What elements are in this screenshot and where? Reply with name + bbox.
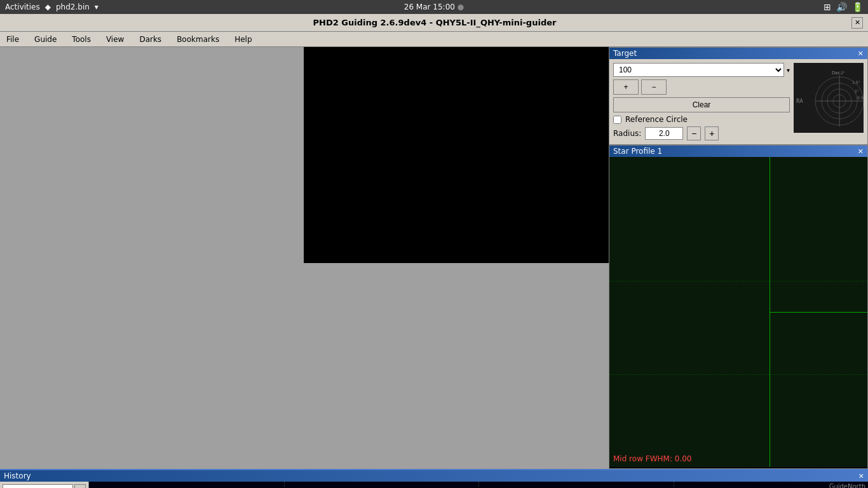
reference-circle-row: Reference Circle xyxy=(613,115,790,124)
star-profile-section: Star Profile 1 ✕ Mid row FWHM: 0.00 xyxy=(609,145,868,469)
top-bar-left: Activities ◆ phd2.bin ▾ xyxy=(5,3,98,11)
radius-minus-button[interactable]: − xyxy=(687,126,701,140)
svg-text:2": 2" xyxy=(841,71,845,75)
radius-plus-button[interactable]: + xyxy=(705,126,719,140)
target-body: 100 ▾ + − Clear xyxy=(609,59,867,144)
top-bar-right: ⊞ 🔊 🔋 xyxy=(824,2,863,12)
radius-label: Radius: xyxy=(613,129,641,138)
target-close-button[interactable]: ✕ xyxy=(858,50,864,58)
svg-text:Dec: Dec xyxy=(832,71,841,76)
sp-hline-green xyxy=(770,312,867,313)
menu-bar: File Guide Tools View Darks Bookmarks He… xyxy=(0,32,868,47)
guide-north-label: GuideNorth xyxy=(829,483,865,488)
menu-file[interactable]: File xyxy=(3,34,23,45)
menu-darks[interactable]: Darks xyxy=(135,34,165,45)
window-title: PHD2 Guiding 2.6.9dev4 - QHY5L-II_QHY-mi… xyxy=(18,18,851,27)
record-dot: ● xyxy=(458,3,464,11)
menu-tools[interactable]: Tools xyxy=(68,34,95,45)
history-section: History ✕ x: 100 ▾ y: +/-4" ▾ xyxy=(0,469,868,488)
star-profile-close-button[interactable]: ✕ xyxy=(858,147,864,156)
menu-view[interactable]: View xyxy=(102,34,128,45)
target-title: Target xyxy=(613,49,637,58)
svg-text:1.5": 1.5" xyxy=(852,80,860,85)
system-top-bar: Activities ◆ phd2.bin ▾ 26 Mar 15:00 ● ⊞… xyxy=(0,0,868,14)
history-header: History ✕ xyxy=(0,470,868,482)
title-bar: PHD2 Guiding 2.6.9dev4 - QHY5L-II_QHY-mi… xyxy=(0,14,868,32)
target-clear-button[interactable]: Clear xyxy=(613,97,790,112)
reference-circle-checkbox[interactable] xyxy=(613,116,621,124)
target-header: Target ✕ xyxy=(609,48,867,59)
svg-text:1": 1" xyxy=(855,89,859,93)
app-dropdown-icon[interactable]: ▾ xyxy=(95,3,98,11)
history-x-arrow[interactable]: ▾ xyxy=(74,484,86,488)
svg-text:RA: RA xyxy=(796,98,803,104)
history-graph: 3" 2" 1" -1" -2" -3" GuideNorth GuideEas… xyxy=(89,482,868,488)
fwhm-label: Mid row FWHM: 0.00 xyxy=(613,454,691,463)
history-x-row: x: 100 ▾ xyxy=(3,484,86,488)
star-profile-body: Mid row FWHM: 0.00 xyxy=(609,157,867,467)
target-clear-row: Clear xyxy=(613,97,790,112)
target-dropdown[interactable]: 100 xyxy=(613,63,784,77)
vgrid-3 xyxy=(674,482,674,488)
menu-bookmarks[interactable]: Bookmarks xyxy=(173,34,223,45)
menu-guide[interactable]: Guide xyxy=(31,34,60,45)
polar-chart: RA Dec 2" 1.5" 1" 0.5" xyxy=(794,63,864,133)
sp-hline-1 xyxy=(609,281,867,281)
target-dropdown-row: 100 ▾ xyxy=(613,63,790,77)
reference-circle-label: Reference Circle xyxy=(625,115,688,124)
star-profile-title: Star Profile 1 xyxy=(613,147,662,156)
history-close-button[interactable]: ✕ xyxy=(858,472,864,480)
vgrid-2 xyxy=(478,482,479,488)
window-close-button[interactable]: ✕ xyxy=(851,17,863,29)
bottom-area: History ✕ x: 100 ▾ y: +/-4" ▾ xyxy=(0,469,868,488)
radius-row: Radius: − + xyxy=(613,126,790,140)
svg-text:0.5": 0.5" xyxy=(857,95,864,100)
camera-image xyxy=(304,47,609,263)
target-plusminus-row: + − xyxy=(613,79,790,95)
vgrid-1 xyxy=(284,482,285,488)
history-title: History xyxy=(4,471,31,480)
star-profile-header: Star Profile 1 ✕ xyxy=(609,146,867,157)
target-minus-button[interactable]: − xyxy=(641,79,667,95)
polar-chart-svg: RA Dec 2" 1.5" 1" 0.5" xyxy=(794,63,864,133)
main-content: Target ✕ 100 ▾ + − xyxy=(0,47,868,469)
app-icon: ◆ xyxy=(45,3,51,11)
target-controls: 100 ▾ + − Clear xyxy=(613,63,790,140)
battery-icon: 🔋 xyxy=(852,2,863,12)
history-x-select[interactable]: x: 100 xyxy=(3,484,73,488)
camera-view xyxy=(0,47,609,469)
target-section: Target ✕ 100 ▾ + − xyxy=(609,47,868,145)
sp-hline-2 xyxy=(609,374,867,375)
activities-label[interactable]: Activities xyxy=(5,3,40,11)
top-bar-center: 26 Mar 15:00 ● xyxy=(404,3,464,11)
right-panel: Target ✕ 100 ▾ + − xyxy=(609,47,868,469)
history-sidebar: x: 100 ▾ y: +/-4" ▾ ⚙ Settings ▾ xyxy=(0,482,89,488)
network-icon: ⊞ xyxy=(824,2,831,12)
target-plus-button[interactable]: + xyxy=(613,79,639,95)
volume-icon: 🔊 xyxy=(836,2,847,12)
app-label[interactable]: phd2.bin xyxy=(56,3,90,11)
datetime-label: 26 Mar 15:00 xyxy=(404,3,455,11)
radius-input[interactable] xyxy=(645,127,683,140)
history-body: x: 100 ▾ y: +/-4" ▾ ⚙ Settings ▾ xyxy=(0,482,868,488)
menu-help[interactable]: Help xyxy=(231,34,255,45)
